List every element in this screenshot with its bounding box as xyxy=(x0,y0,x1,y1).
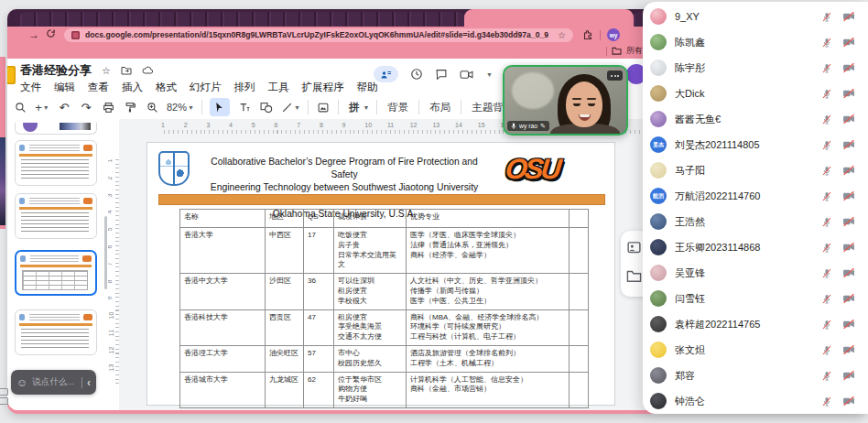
chat-placeholder[interactable]: 说点什么... xyxy=(32,376,77,388)
search-menus-icon[interactable] xyxy=(13,98,27,116)
webcam-video-tile[interactable]: wy rao ✎ xyxy=(503,65,628,136)
star-document-icon[interactable]: ☆ xyxy=(102,65,111,77)
rename-pencil-icon[interactable]: ✎ xyxy=(540,123,546,130)
inactive-tabs-left[interactable] xyxy=(20,12,464,27)
mic-muted-icon[interactable] xyxy=(821,190,832,202)
webcam-more-button[interactable] xyxy=(607,70,623,81)
print-icon[interactable] xyxy=(101,98,115,116)
menu-item-编辑[interactable]: 编辑 xyxy=(54,81,75,94)
reload-button[interactable] xyxy=(42,28,59,41)
share-panel-icon[interactable] xyxy=(626,240,642,255)
camera-muted-icon[interactable] xyxy=(842,62,855,73)
menu-item-文件[interactable]: 文件 xyxy=(20,81,41,94)
version-history-icon[interactable] xyxy=(410,68,423,81)
participant-row[interactable]: 陈凯鑫 xyxy=(643,29,868,55)
folder-panel-icon[interactable] xyxy=(626,269,642,283)
insert-image-icon[interactable] xyxy=(316,98,331,116)
camera-muted-icon[interactable] xyxy=(842,344,855,355)
slides-logo-icon[interactable] xyxy=(7,66,16,84)
mic-muted-icon[interactable] xyxy=(821,139,832,151)
mic-muted-icon[interactable] xyxy=(821,242,832,254)
camera-muted-icon[interactable] xyxy=(842,216,855,227)
address-bar[interactable]: docs.google.com/presentation/d/15qxn0R8g… xyxy=(64,28,573,42)
mic-muted-icon[interactable] xyxy=(821,88,832,100)
select-tool-active[interactable] xyxy=(210,98,230,116)
zoom-level-select[interactable]: 82%▼ xyxy=(167,98,194,116)
meet-camera-icon[interactable] xyxy=(460,70,473,80)
camera-muted-icon[interactable] xyxy=(842,370,855,381)
filmstrip-view-icon[interactable] xyxy=(0,397,8,405)
participant-row[interactable]: 吴亚锋 xyxy=(643,260,868,286)
menu-item-排列[interactable]: 排列 xyxy=(234,81,255,94)
participant-row[interactable]: 张文炟 xyxy=(643,337,868,363)
menu-item-格式[interactable]: 格式 xyxy=(156,81,177,94)
camera-muted-icon[interactable] xyxy=(842,37,855,48)
participant-row[interactable]: 王乐卿2023114868 xyxy=(643,234,868,260)
mic-muted-icon[interactable] xyxy=(821,319,832,331)
active-tab[interactable] xyxy=(464,9,634,27)
shapes-icon[interactable] xyxy=(259,98,274,116)
camera-muted-icon[interactable] xyxy=(842,319,855,330)
bookmarks-folder-icon[interactable] xyxy=(612,47,622,55)
camera-muted-icon[interactable] xyxy=(842,293,855,304)
mic-muted-icon[interactable] xyxy=(821,114,832,125)
browser-profile-avatar[interactable]: wy xyxy=(607,28,620,41)
zoom-in-icon[interactable] xyxy=(145,98,159,116)
chevron-down-icon[interactable]: ▼ xyxy=(486,71,493,78)
emoji-icon[interactable]: ☺ xyxy=(16,376,27,389)
camera-muted-icon[interactable] xyxy=(842,139,855,150)
url-text[interactable]: docs.google.com/presentation/d/15qxn0R8g… xyxy=(85,30,552,39)
filmstrip-scrollbar[interactable] xyxy=(104,216,107,289)
slide-thumbnail-5[interactable] xyxy=(15,309,97,355)
cloud-saved-icon[interactable] xyxy=(142,66,154,75)
grid-view-icon[interactable] xyxy=(0,388,8,396)
participant-row[interactable]: 旻杰刘旻杰2021114805 xyxy=(643,132,868,157)
background-button[interactable]: 背景 xyxy=(385,101,411,114)
camera-muted-icon[interactable] xyxy=(842,165,855,176)
collapse-chat-icon[interactable]: ‹ xyxy=(87,376,91,389)
slide-thumbnail-1[interactable] xyxy=(15,123,97,135)
camera-muted-icon[interactable] xyxy=(842,114,855,125)
undo-icon[interactable]: ↶ xyxy=(57,98,71,116)
participant-row[interactable]: 9_XY xyxy=(643,4,868,29)
menu-item-帮助[interactable]: 帮助 xyxy=(357,81,378,94)
participant-row[interactable]: 航滔万航滔2022114760 xyxy=(643,183,868,209)
mic-muted-icon[interactable] xyxy=(821,165,832,177)
new-slide-button[interactable]: +▼ xyxy=(35,98,49,116)
participant-row[interactable]: 大Dick xyxy=(643,81,868,106)
participant-row[interactable]: 钟浩仑 xyxy=(643,388,868,414)
mic-muted-icon[interactable] xyxy=(821,293,832,305)
line-tool-icon[interactable]: ▼ xyxy=(281,98,300,116)
camera-muted-icon[interactable] xyxy=(842,267,855,278)
participant-row[interactable]: 陈宇彤 xyxy=(643,55,868,81)
mic-muted-icon[interactable] xyxy=(821,396,832,407)
camera-muted-icon[interactable] xyxy=(842,396,855,407)
move-to-folder-icon[interactable] xyxy=(121,66,132,75)
pin-tool-button[interactable]: 拼▼ xyxy=(346,98,369,116)
slide-thumbnail-3[interactable] xyxy=(15,193,97,239)
participant-row[interactable]: 袁梓超2022114765 xyxy=(643,311,868,337)
bookmark-star-icon[interactable]: ☆ xyxy=(558,30,566,40)
participant-row[interactable]: 王浩然 xyxy=(643,209,868,234)
mic-muted-icon[interactable] xyxy=(821,62,832,74)
extensions-icon[interactable] xyxy=(582,29,593,40)
mic-muted-icon[interactable] xyxy=(821,11,832,23)
participant-row[interactable]: 郑容 xyxy=(643,363,868,388)
camera-muted-icon[interactable] xyxy=(842,11,855,22)
forward-button[interactable]: → xyxy=(26,28,42,41)
redo-icon[interactable]: ↷ xyxy=(79,98,93,116)
comments-icon[interactable] xyxy=(435,69,448,81)
menu-item-扩展程序[interactable]: 扩展程序 xyxy=(302,81,344,94)
participant-row[interactable]: 闫雪钰 xyxy=(643,286,868,311)
mic-muted-icon[interactable] xyxy=(821,267,832,279)
menu-item-幻灯片[interactable]: 幻灯片 xyxy=(190,81,222,94)
text-box-icon[interactable] xyxy=(237,98,252,116)
camera-muted-icon[interactable] xyxy=(842,242,855,253)
menu-item-工具[interactable]: 工具 xyxy=(268,81,289,94)
menu-item-插入[interactable]: 插入 xyxy=(122,81,143,94)
all-bookmarks-label[interactable]: 所有 xyxy=(626,45,643,57)
mic-muted-icon[interactable] xyxy=(821,37,832,49)
mic-muted-icon[interactable] xyxy=(821,216,832,228)
slide-thumbnail-2[interactable] xyxy=(15,140,97,186)
current-slide[interactable]: Collaborative Bachelor’s Degree Program … xyxy=(146,142,615,406)
